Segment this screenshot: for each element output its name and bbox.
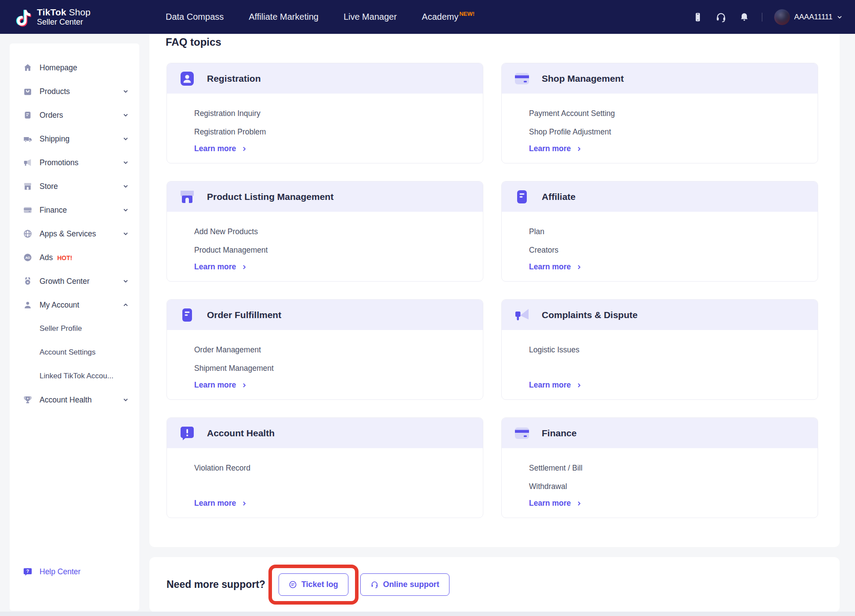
red-highlight-box: Ticket log [268, 565, 359, 605]
chevron-up-icon [123, 302, 129, 308]
sidebar-item-finance[interactable]: Finance [10, 198, 139, 222]
ads-icon: AD [23, 253, 33, 262]
chevron-right-icon [576, 382, 582, 388]
sidebar-subitem-linked-tiktok-account[interactable]: Linked TikTok Accou... [10, 364, 139, 388]
ticket-log-button[interactable]: Ticket log [279, 573, 348, 596]
id-card-icon [179, 71, 195, 87]
learn-more-link[interactable]: Learn more [529, 380, 805, 390]
nav-live-manager[interactable]: Live Manager [344, 12, 397, 22]
faq-topic-link[interactable]: Order Management [194, 341, 471, 359]
chevron-down-icon [123, 231, 129, 237]
sidebar-subitem-account-settings[interactable]: Account Settings [10, 341, 139, 364]
svg-text:★: ★ [26, 280, 29, 284]
sidebar-item-apps-services[interactable]: Apps & Services [10, 222, 139, 246]
faq-card-account-health: Account Health Violation Record Learn mo… [167, 417, 483, 518]
page-title: FAQ topics [166, 36, 221, 48]
faq-topic-link[interactable]: Product Management [194, 241, 471, 259]
nav-divider [762, 13, 762, 22]
faq-card-header: Order Fulfillment [167, 300, 483, 330]
nav-academy[interactable]: AcademyNEW! [422, 12, 475, 22]
sidebar-item-promotions[interactable]: Promotions [10, 151, 139, 174]
chevron-right-icon [576, 500, 582, 507]
help-center-link[interactable]: ? Help Center [23, 567, 80, 576]
sidebar-item-my-account[interactable]: My Account [10, 293, 139, 317]
faq-card-finance: Finance Settlement / Bill Withdrawal Lea… [501, 417, 818, 518]
nav-data-compass[interactable]: Data Compass [166, 12, 224, 22]
learn-more-link[interactable]: Learn more [194, 380, 471, 390]
brand-logo-block[interactable]: TikTok Shop Seller Center [13, 6, 91, 28]
svg-text:?: ? [26, 569, 29, 574]
learn-more-link[interactable]: Learn more [194, 144, 471, 153]
storefront-icon [23, 181, 33, 191]
faq-topic-link[interactable]: Withdrawal [529, 477, 805, 496]
person-icon [23, 300, 33, 310]
sidebar-item-homepage[interactable]: Homepage [10, 56, 139, 80]
truck-icon [23, 134, 33, 144]
faq-card-order-fulfillment: Order Fulfillment Order Management Shipm… [167, 299, 483, 400]
footer-strip [0, 612, 855, 616]
svg-text:★: ★ [26, 397, 29, 400]
nav-affiliate-marketing[interactable]: Affiliate Marketing [249, 12, 319, 22]
alert-bubble-icon [179, 425, 195, 441]
sidebar-item-ads[interactable]: AD AdsHOT! [10, 246, 139, 269]
faq-card-header: Product Listing Management [167, 181, 483, 212]
learn-more-link[interactable]: Learn more [194, 499, 471, 508]
faq-topic-link[interactable]: Plan [529, 222, 805, 241]
faq-topic-link[interactable]: Violation Record [194, 459, 471, 477]
learn-more-link[interactable]: Learn more [529, 144, 805, 153]
sidebar-item-shipping[interactable]: Shipping [10, 127, 139, 151]
support-headset-icon[interactable] [715, 11, 727, 23]
sidebar-item-growth-center[interactable]: ★ Growth Center [10, 269, 139, 293]
brand-text: TikTok Shop Seller Center [37, 7, 91, 27]
account-menu[interactable]: AAAA11111 [774, 9, 843, 25]
faq-topic-link[interactable]: Payment Account Setting [529, 104, 805, 123]
ticket-icon [289, 580, 297, 589]
faq-card-complaints-dispute: Complaints & Dispute Logistic Issues Lea… [501, 299, 818, 400]
top-nav-right: AAAA11111 [692, 0, 843, 34]
online-support-button[interactable]: Online support [360, 573, 449, 596]
support-prompt: Need more support? [167, 579, 265, 591]
chevron-down-icon [837, 14, 843, 20]
medal-icon: ★ [23, 276, 33, 286]
megaphone-icon [23, 158, 33, 167]
chevron-down-icon [123, 88, 129, 94]
account-name: AAAA11111 [794, 13, 833, 22]
faq-card-header: Shop Management [502, 63, 818, 94]
notifications-bell-icon[interactable] [739, 11, 750, 23]
faq-topic-link[interactable]: Creators [529, 241, 805, 259]
svg-text:AD: AD [25, 256, 30, 260]
faq-topic-link[interactable]: Registration Inquiry [194, 104, 471, 123]
chevron-down-icon [123, 397, 129, 403]
learn-more-link[interactable]: Learn more [529, 499, 805, 508]
credit-card-icon [23, 205, 33, 215]
new-badge: NEW! [459, 11, 475, 17]
faq-card-header: Account Health [167, 418, 483, 448]
faq-topic-link[interactable]: Registration Problem [194, 123, 471, 141]
chevron-right-icon [241, 264, 247, 270]
faq-topic-link[interactable]: Logistic Issues [529, 341, 805, 359]
home-icon [23, 63, 33, 72]
document-icon [514, 189, 530, 205]
chevron-down-icon [123, 183, 129, 189]
chevron-down-icon [123, 207, 129, 213]
learn-more-link[interactable]: Learn more [529, 262, 805, 272]
sidebar-item-products[interactable]: Products [10, 80, 139, 103]
learn-more-link[interactable]: Learn more [194, 262, 471, 272]
faq-topic-link[interactable]: Shop Profile Adjustment [529, 123, 805, 141]
sidebar-item-account-health[interactable]: ★ Account Health [10, 388, 139, 412]
faq-card-header: Affiliate [502, 181, 818, 212]
chevron-right-icon [576, 146, 582, 152]
sidebar-item-store[interactable]: Store [10, 174, 139, 198]
sidebar-subitem-seller-profile[interactable]: Seller Profile [10, 317, 139, 341]
faq-topic-link[interactable]: Shipment Management [194, 359, 471, 377]
support-panel: Need more support? Ticket log Online sup… [149, 557, 840, 612]
faq-topic-link[interactable]: Add New Products [194, 222, 471, 241]
faq-topic-link[interactable]: Settlement / Bill [529, 459, 805, 477]
mobile-app-icon[interactable] [692, 11, 703, 23]
top-nav-links: Data Compass Affiliate Marketing Live Ma… [166, 0, 475, 34]
headset-icon [370, 580, 379, 589]
help-bubble-icon: ? [23, 567, 33, 576]
sidebar-item-orders[interactable]: Orders [10, 103, 139, 127]
credit-card-icon [514, 425, 530, 441]
faq-card-grid: Registration Registration Inquiry Regist… [167, 63, 818, 518]
